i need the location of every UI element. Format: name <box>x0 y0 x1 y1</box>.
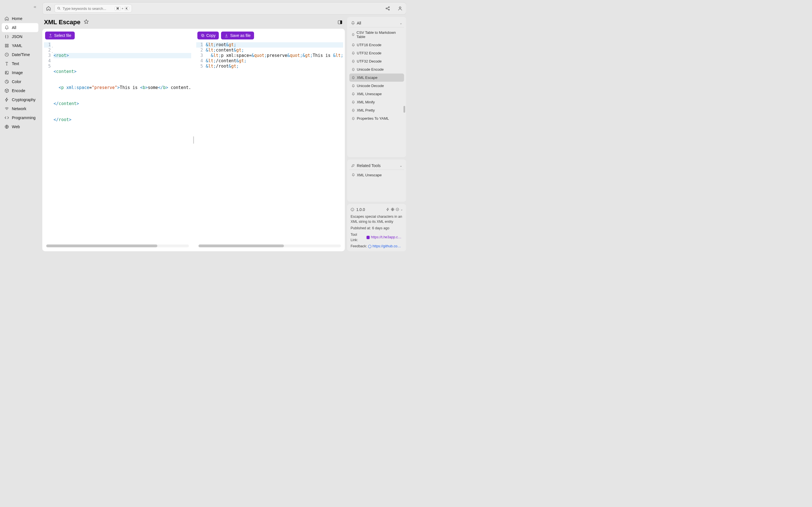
grid-icon <box>4 43 9 48</box>
all-tools-header[interactable]: All ⌄ <box>349 19 404 27</box>
share-button[interactable] <box>385 5 391 11</box>
search-box[interactable]: ⌘ + K <box>54 4 132 13</box>
sidebar-item-network[interactable]: Network <box>2 104 38 113</box>
right-column: All ⌄ CSV Table to Markdown TableUTF16 E… <box>347 17 406 251</box>
output-scrollbar[interactable] <box>199 244 341 247</box>
tool-item-label: Properties To YAML <box>357 116 389 121</box>
sidebar-item-label: YAML <box>12 43 22 48</box>
chevron-down-icon: ⌄ <box>400 21 402 25</box>
globe-icon <box>391 208 395 211</box>
svg-point-13 <box>399 7 401 8</box>
tool-item[interactable]: UTF16 Encode <box>349 41 404 49</box>
bell-icon <box>352 84 355 88</box>
sidebar-list: HomeAllJSONYAMLDate/TimeTextImageColorEn… <box>2 14 38 131</box>
tool-item-label: UTF32 Decode <box>357 59 382 63</box>
bell-icon <box>352 93 355 96</box>
sidebar: HomeAllJSONYAMLDate/TimeTextImageColorEn… <box>0 0 40 253</box>
sidebar-item-home[interactable]: Home <box>2 14 38 23</box>
sidebar-collapse-button[interactable] <box>32 4 38 10</box>
box-icon <box>4 89 9 93</box>
svg-point-9 <box>57 7 59 9</box>
svg-point-20 <box>396 208 399 211</box>
sidebar-item-json[interactable]: JSON <box>2 32 38 41</box>
sidebar-item-yaml[interactable]: YAML <box>2 41 38 50</box>
tool-item[interactable]: CSV Table to Markdown Table <box>349 29 404 41</box>
sidebar-item-image[interactable]: Image <box>2 68 38 77</box>
sidebar-item-label: JSON <box>12 34 22 39</box>
sidebar-item-programming[interactable]: Programming <box>2 113 38 122</box>
tool-item[interactable]: XML Minify <box>349 98 404 106</box>
svg-rect-3 <box>7 46 8 47</box>
topbar: ⌘ + K <box>42 2 406 15</box>
tool-item-label: Unicode Encode <box>357 67 384 71</box>
sidebar-item-encode[interactable]: Encode <box>2 86 38 95</box>
save-as-file-label: Save as file <box>230 33 250 38</box>
tool-list-scrollbar[interactable] <box>403 106 405 113</box>
shield-icon <box>366 236 370 239</box>
bell-icon <box>352 68 355 71</box>
related-tools-header[interactable]: Related Tools ⌄ <box>349 162 404 170</box>
output-line: &lt;content&gt; <box>206 48 343 53</box>
sidebar-item-date-time[interactable]: Date/Time <box>2 50 38 59</box>
related-item[interactable]: XML Unescape <box>349 171 404 179</box>
panel-toggle-button[interactable] <box>337 19 343 25</box>
share-icon <box>385 6 390 11</box>
tool-item[interactable]: XML Pretty <box>349 106 404 114</box>
sidebar-item-web[interactable]: Web <box>2 122 38 131</box>
chevron-down-icon[interactable]: ⌄ <box>400 208 403 211</box>
sidebar-item-all[interactable]: All <box>2 23 38 32</box>
tool-item[interactable]: XML Unescape <box>349 90 404 98</box>
tool-item[interactable]: Properties To YAML <box>349 114 404 122</box>
star-icon <box>84 19 89 24</box>
output-code-area[interactable]: 1 2 3 4 5 &lt;root&gt;&lt;content&gt; &l… <box>196 42 343 244</box>
editor-divider[interactable] <box>193 29 195 251</box>
check-circle-icon <box>396 208 399 211</box>
save-as-file-button[interactable]: Save as file <box>221 32 254 40</box>
chevron-double-left-icon <box>33 5 37 9</box>
user-button[interactable] <box>397 5 403 11</box>
copy-button[interactable]: Copy <box>197 32 219 40</box>
input-code-area[interactable]: 1⌄ 2⌄ 3 4 5 <root> <content> <p xml:spac… <box>44 42 191 244</box>
home-button[interactable] <box>45 5 52 11</box>
output-code[interactable]: &lt;root&gt;&lt;content&gt; &lt;p xml:sp… <box>205 42 343 244</box>
tool-item-label: XML Escape <box>357 75 377 80</box>
sidebar-item-text[interactable]: Text <box>2 59 38 68</box>
code-icon <box>4 115 9 120</box>
tool-item[interactable]: UTF32 Encode <box>349 49 404 57</box>
favorite-button[interactable] <box>84 19 89 25</box>
image-icon <box>4 70 9 75</box>
search-input[interactable] <box>63 6 114 11</box>
sidebar-item-color[interactable]: Color <box>2 77 38 86</box>
svg-rect-15 <box>340 20 342 24</box>
upload-icon <box>49 34 52 38</box>
select-file-button[interactable]: Select file <box>45 32 75 40</box>
tool-item[interactable]: XML Escape <box>349 73 404 82</box>
download-icon <box>224 34 229 38</box>
page-title: XML Escape <box>44 18 80 26</box>
feedback-link[interactable]: https://github.com/… <box>372 244 403 249</box>
tool-link[interactable]: https://t.he3app.co… <box>371 235 403 240</box>
svg-point-6 <box>6 72 7 73</box>
version-header: 1.0.0 ⌄ <box>349 206 404 214</box>
tool-item[interactable]: Unicode Decode <box>349 82 404 90</box>
tool-item-label: XML Pretty <box>357 108 375 112</box>
wifi-icon <box>4 107 9 111</box>
bell-icon <box>352 109 355 112</box>
output-line: &lt;/content&gt; <box>206 58 343 64</box>
tool-link-row: Tool Link: https://t.he3app.co… <box>350 232 403 243</box>
bell-icon <box>352 43 355 47</box>
bolt-icon <box>4 98 9 102</box>
output-line: &lt;p xml:space=&quot;preserve&quot;&gt;… <box>206 53 343 58</box>
bell-icon <box>352 76 355 79</box>
tool-item[interactable]: Unicode Encode <box>349 65 404 73</box>
input-scrollbar[interactable] <box>46 244 189 247</box>
shortcut-cmd: ⌘ <box>115 6 121 11</box>
input-code[interactable]: <root> <content> <p xml:space="preserve"… <box>52 42 191 244</box>
related-tools-card: Related Tools ⌄ XML Unescape <box>347 159 406 202</box>
tool-item[interactable]: UTF32 Decode <box>349 57 404 65</box>
sidebar-item-label: Web <box>12 124 20 129</box>
input-editor: Select file 1⌄ 2⌄ 3 4 5 <root> <box>42 29 193 251</box>
output-line: &lt;root&gt; <box>206 42 343 48</box>
output-line: &lt;/root&gt; <box>206 64 343 69</box>
sidebar-item-cryptography[interactable]: Cryptography <box>2 95 38 104</box>
